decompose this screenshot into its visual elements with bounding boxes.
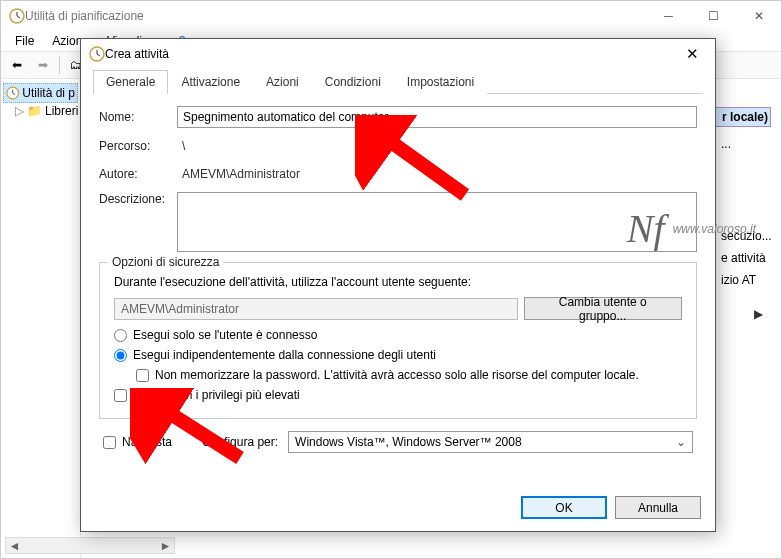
tab-impostazioni[interactable]: Impostazioni [394,70,487,94]
radio-run-independent-label: Esegui indipendentemente dalla connessio… [133,348,436,362]
dialog-buttons: OK Annulla [521,496,701,519]
check-no-password-label: Non memorizzare la password. L'attività … [155,368,639,382]
actions-item-0[interactable]: ... [715,135,771,153]
label-percorso: Percorso: [99,139,177,153]
back-button[interactable]: ⬅ [5,54,29,76]
create-task-dialog: Crea attività ✕ Generale Attivazione Azi… [80,38,716,532]
tree-root-icon [6,85,19,101]
tree-child[interactable]: ▷ 📁 Libreri [13,103,78,119]
radio-run-connected[interactable]: Esegui solo se l'utente è connesso [114,328,682,342]
check-hidden-input[interactable] [103,436,116,449]
forward-button[interactable]: ➡ [31,54,55,76]
security-account-value: AMEVM\Administrator [114,298,518,320]
chevron-down-icon: ⌄ [676,435,686,449]
check-hidden-label: Nascosta [122,435,172,449]
expand-icon[interactable]: ▷ [15,104,24,118]
actions-item-1[interactable]: secuzio... [715,227,771,245]
app-icon [9,8,25,24]
dialog-close-button[interactable]: ✕ [677,39,707,69]
toolbar-separator [59,56,60,74]
minimize-button[interactable]: ─ [646,1,691,31]
horizontal-scrollbar[interactable]: ◄ ► [5,537,175,554]
tab-strip: Generale Attivazione Azioni Condizioni I… [93,69,703,94]
actions-header: r locale) [715,107,771,127]
tree-child-label: Libreri [45,104,78,118]
input-descrizione[interactable] [177,192,697,252]
tab-generale[interactable]: Generale [93,70,168,94]
parent-titlebar: Utilità di pianificazione ─ ☐ ✕ [1,1,781,31]
security-group-title: Opzioni di sicurezza [108,255,223,269]
config-combo-value: Windows Vista™, Windows Server™ 2008 [295,435,522,449]
parent-title: Utilità di pianificazione [25,9,646,23]
check-hidden[interactable]: Nascosta [103,435,172,449]
dialog-title: Crea attività [105,47,677,61]
check-elevated-input[interactable] [114,389,127,402]
window-controls: ─ ☐ ✕ [646,1,781,31]
config-label: Configura per: [202,435,278,449]
dialog-icon [89,46,105,62]
actions-item-3[interactable]: izio AT [715,271,771,289]
tree-root-label: Utilità di p [22,86,75,100]
menu-file[interactable]: File [7,32,42,50]
cancel-button[interactable]: Annulla [615,496,701,519]
security-account-line: Durante l'esecuzione dell'attività, util… [114,275,682,289]
check-no-password-input[interactable] [136,369,149,382]
ok-button[interactable]: OK [521,496,607,519]
tab-condizioni[interactable]: Condizioni [312,70,394,94]
change-user-button[interactable]: Cambia utente o gruppo... [524,297,682,320]
label-descrizione: Descrizione: [99,192,177,206]
folder-icon: 📁 [27,104,42,118]
config-combo[interactable]: Windows Vista™, Windows Server™ 2008 ⌄ [288,431,693,453]
expand-arrow-icon[interactable]: ▶ [754,307,763,321]
radio-run-independent[interactable]: Esegui indipendentemente dalla connessio… [114,348,682,362]
tab-attivazione[interactable]: Attivazione [168,70,253,94]
tree-root[interactable]: Utilità di p [3,83,78,103]
label-autore: Autore: [99,167,177,181]
check-elevated[interactable]: Esegui con i privilegi più elevati [114,388,682,402]
check-no-password[interactable]: Non memorizzare la password. L'attività … [136,368,682,382]
radio-run-independent-input[interactable] [114,349,127,362]
check-elevated-label: Esegui con i privilegi più elevati [133,388,300,402]
label-nome: Nome: [99,110,177,124]
security-groupbox: Opzioni di sicurezza Durante l'esecuzion… [99,262,697,419]
tree-panel: Utilità di p ▷ 📁 Libreri [1,79,81,558]
maximize-button[interactable]: ☐ [691,1,736,31]
value-percorso: \ [177,136,697,156]
tab-page-generale: Nome: Percorso: \ Autore: AMEVM\Administ… [81,94,715,465]
bottom-row: Nascosta Configura per: Windows Vista™, … [99,431,697,453]
tab-azioni[interactable]: Azioni [253,70,312,94]
close-button[interactable]: ✕ [736,1,781,31]
dialog-titlebar: Crea attività ✕ [81,39,715,69]
radio-run-connected-input[interactable] [114,329,127,342]
radio-run-connected-label: Esegui solo se l'utente è connesso [133,328,317,342]
scroll-right-icon[interactable]: ► [157,539,174,553]
value-autore: AMEVM\Administrator [177,164,697,184]
scroll-left-icon[interactable]: ◄ [6,539,23,553]
input-nome[interactable] [177,106,697,128]
actions-item-2[interactable]: e attività [715,249,771,267]
